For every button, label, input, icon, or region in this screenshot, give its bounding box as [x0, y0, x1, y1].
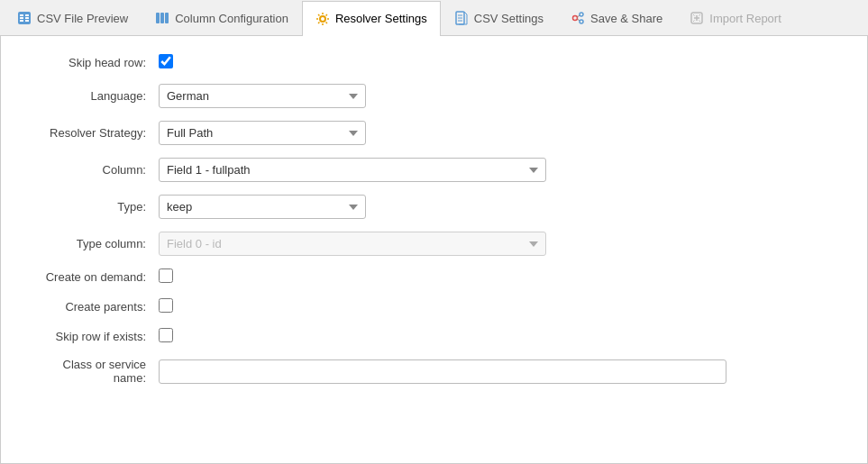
create-on-demand-row: Create on demand:	[28, 268, 840, 286]
skip-row-if-exists-label: Skip row if exists:	[28, 330, 159, 343]
svg-point-15	[573, 16, 578, 21]
tab-column-configuration-label: Column Configuration	[175, 12, 288, 25]
create-on-demand-checkbox[interactable]	[159, 268, 173, 283]
svg-rect-6	[25, 20, 29, 22]
column-row: Column: Field 1 - fullpath Field 0 - id …	[28, 158, 840, 182]
columns-icon	[155, 11, 169, 25]
svg-rect-9	[165, 13, 169, 23]
gear-icon	[315, 12, 330, 26]
type-row: Type: keep update insert	[28, 195, 840, 219]
language-row: Language: German English French Spanish	[28, 84, 840, 108]
main-content: Skip head row: Language: German English …	[0, 36, 868, 464]
type-column-select[interactable]: Field 0 - id Field 1 - fullpath	[159, 232, 546, 256]
csv-icon	[17, 11, 32, 25]
tab-save-share-label: Save & Share	[590, 12, 662, 25]
create-on-demand-control	[159, 268, 173, 286]
resolver-strategy-control: Full Path Short Path UUID	[159, 121, 366, 145]
create-parents-checkbox[interactable]	[159, 298, 173, 313]
svg-point-10	[320, 16, 325, 22]
skip-head-row-control	[159, 54, 173, 71]
language-label: Language:	[28, 89, 159, 103]
svg-rect-1	[20, 14, 23, 16]
type-column-label: Type column:	[28, 237, 159, 250]
svg-rect-5	[20, 20, 23, 22]
create-parents-control	[159, 298, 173, 315]
language-select[interactable]: German English French Spanish	[159, 84, 366, 108]
resolver-strategy-label: Resolver Strategy:	[28, 126, 159, 140]
column-control: Field 1 - fullpath Field 0 - id Field 2 …	[159, 158, 546, 182]
class-or-service-name-row: Class or service name:	[28, 358, 840, 385]
type-label: Type:	[28, 200, 159, 214]
create-on-demand-label: Create on demand:	[28, 270, 159, 284]
type-control: keep update insert	[159, 195, 366, 219]
svg-point-16	[580, 13, 583, 16]
skip-row-if-exists-row: Skip row if exists:	[28, 328, 840, 345]
skip-row-if-exists-control	[159, 328, 173, 345]
tab-bar: CSV File Preview Column Configuration Re…	[0, 0, 868, 36]
type-column-row: Type column: Field 0 - id Field 1 - full…	[28, 232, 840, 256]
csv-settings-icon	[454, 11, 469, 25]
type-column-control: Field 0 - id Field 1 - fullpath	[159, 232, 546, 256]
skip-head-row-checkbox[interactable]	[159, 54, 173, 68]
svg-line-18	[578, 15, 580, 17]
tab-save-share[interactable]: Save & Share	[557, 0, 676, 35]
svg-rect-7	[156, 13, 160, 23]
tab-import-report-label: Import Report	[709, 12, 781, 25]
tab-column-configuration[interactable]: Column Configuration	[142, 0, 302, 35]
tab-csv-settings[interactable]: CSV Settings	[441, 0, 557, 35]
tab-resolver-settings-label: Resolver Settings	[335, 12, 427, 25]
resolver-strategy-row: Resolver Strategy: Full Path Short Path …	[28, 121, 840, 145]
svg-rect-4	[25, 17, 29, 19]
svg-line-19	[578, 19, 580, 21]
share-icon	[571, 11, 585, 25]
tab-resolver-settings[interactable]: Resolver Settings	[302, 1, 441, 36]
skip-head-row-label: Skip head row:	[28, 56, 159, 69]
column-select[interactable]: Field 1 - fullpath Field 0 - id Field 2 …	[159, 158, 546, 182]
skip-head-row-row: Skip head row:	[28, 54, 840, 71]
svg-rect-2	[25, 14, 29, 16]
class-or-service-name-control	[159, 359, 726, 384]
tab-csv-settings-label: CSV Settings	[474, 12, 544, 25]
class-or-service-name-label: Class or service name:	[28, 358, 159, 385]
tab-csv-file-preview[interactable]: CSV File Preview	[4, 0, 142, 35]
create-parents-label: Create parents:	[28, 300, 159, 314]
import-icon	[690, 11, 704, 25]
column-label: Column:	[28, 163, 159, 177]
skip-row-if-exists-checkbox[interactable]	[159, 328, 173, 342]
tab-import-report: Import Report	[676, 0, 794, 35]
resolver-strategy-select[interactable]: Full Path Short Path UUID	[159, 121, 366, 145]
svg-point-17	[580, 20, 583, 23]
create-parents-row: Create parents:	[28, 298, 840, 315]
language-control: German English French Spanish	[159, 84, 366, 108]
tab-csv-file-preview-label: CSV File Preview	[37, 12, 128, 25]
class-or-service-name-input[interactable]	[159, 359, 726, 384]
svg-rect-3	[20, 17, 23, 19]
type-select[interactable]: keep update insert	[159, 195, 366, 219]
svg-rect-8	[160, 13, 164, 23]
